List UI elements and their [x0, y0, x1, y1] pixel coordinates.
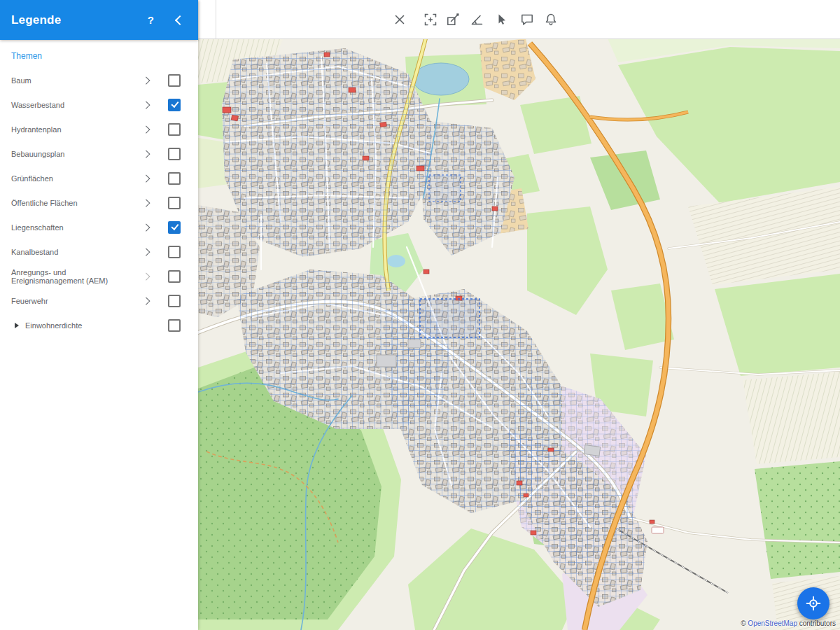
measure-angle-icon[interactable] — [466, 9, 487, 30]
layer-label: Hydrantenplan — [11, 125, 144, 134]
layer-checkbox[interactable] — [168, 246, 181, 258]
layer-label: Kanalbestand — [11, 248, 144, 256]
crosshair-locate-icon — [804, 594, 822, 612]
layer-checkbox[interactable] — [168, 74, 181, 87]
legend-panel: Legende ? Themen Baum Wasserbestand Hydr… — [0, 0, 198, 630]
chevron-right-icon[interactable] — [142, 248, 150, 255]
layer-item-liegenschaften[interactable]: Liegenschaften — [0, 215, 198, 239]
map-image — [198, 38, 840, 630]
layer-item-aem[interactable]: Anregungs- und Ereignismanagement (AEM) — [0, 264, 198, 288]
chevron-right-icon[interactable] — [142, 150, 150, 158]
layer-checkbox[interactable] — [168, 270, 181, 283]
legend-header: Legende ? — [0, 0, 198, 40]
map-canvas[interactable]: © OpenStreetMap contributors — [198, 38, 840, 630]
layer-checkbox[interactable] — [168, 197, 181, 209]
layer-label: Baum — [11, 76, 144, 85]
expand-triangle-icon[interactable] — [15, 323, 19, 328]
layer-checkbox[interactable] — [168, 221, 181, 234]
layer-checkbox[interactable] — [168, 319, 181, 332]
app-window: © OpenStreetMap contributors Legende ? T… — [0, 0, 840, 630]
map-toolbar — [198, 0, 840, 39]
comments-icon[interactable] — [517, 9, 538, 30]
layer-item-wasserbestand[interactable]: Wasserbestand — [0, 92, 198, 117]
chevron-right-icon[interactable] — [142, 101, 150, 108]
layer-label: Öffentliche Flächen — [11, 199, 144, 207]
layer-item-feuerwehr[interactable]: Feuerwehr — [0, 288, 198, 313]
draw-rectangle-icon[interactable] — [442, 9, 463, 30]
select-cursor-icon[interactable] — [491, 9, 512, 30]
attribution-suffix: contributors — [797, 620, 836, 627]
toolbar-divider — [216, 0, 216, 38]
chevron-right-icon[interactable] — [142, 272, 150, 280]
layer-checkbox[interactable] — [168, 295, 181, 307]
osm-attribution-link[interactable]: OpenStreetMap — [748, 620, 797, 627]
layer-item-hydrantenplan[interactable]: Hydrantenplan — [0, 117, 198, 141]
locate-me-button[interactable] — [797, 587, 830, 620]
tree-item-einwohnerdichte[interactable]: Einwohnerdichte — [0, 313, 198, 338]
attribution-prefix: © — [741, 620, 748, 627]
layer-item-oeffentliche-flaechen[interactable]: Öffentliche Flächen — [0, 190, 198, 215]
layer-checkbox[interactable] — [168, 99, 181, 111]
collapse-panel-icon[interactable] — [175, 15, 185, 24]
layer-label: Grünflächen — [11, 174, 144, 183]
layer-label: Einwohnerdichte — [25, 321, 168, 330]
layer-item-kanalbestand[interactable]: Kanalbestand — [0, 239, 198, 264]
layer-item-gruenflaechen[interactable]: Grünflächen — [0, 166, 198, 190]
themes-section-title: Themen — [0, 40, 198, 65]
chevron-right-icon[interactable] — [142, 199, 150, 206]
chevron-right-icon[interactable] — [142, 76, 150, 84]
layer-item-bebauungsplan[interactable]: Bebauungsplan — [0, 141, 198, 166]
layer-item-baum[interactable]: Baum — [0, 68, 198, 92]
zoom-to-selection-icon[interactable] — [420, 9, 441, 30]
layer-label: Feuerwehr — [11, 297, 144, 305]
layer-checkbox[interactable] — [168, 123, 181, 136]
close-icon[interactable] — [389, 9, 410, 30]
help-icon[interactable]: ? — [148, 14, 154, 26]
chevron-right-icon[interactable] — [142, 125, 150, 133]
chevron-right-icon[interactable] — [142, 223, 150, 231]
map-attribution: © OpenStreetMap contributors — [741, 620, 836, 627]
layer-label: Liegenschaften — [11, 223, 144, 232]
layer-label: Anregungs- und Ereignismanagement (AEM) — [11, 268, 144, 285]
layer-checkbox[interactable] — [168, 148, 181, 160]
chevron-right-icon[interactable] — [142, 297, 150, 304]
notifications-bell-icon[interactable] — [540, 9, 561, 30]
layer-checkbox[interactable] — [168, 172, 181, 185]
layer-label: Bebauungsplan — [11, 150, 144, 158]
chevron-right-icon[interactable] — [142, 174, 150, 182]
layer-label: Wasserbestand — [11, 101, 144, 109]
layer-list: Baum Wasserbestand Hydrantenplan Bebauun… — [0, 65, 198, 338]
legend-title: Legende — [11, 13, 148, 27]
